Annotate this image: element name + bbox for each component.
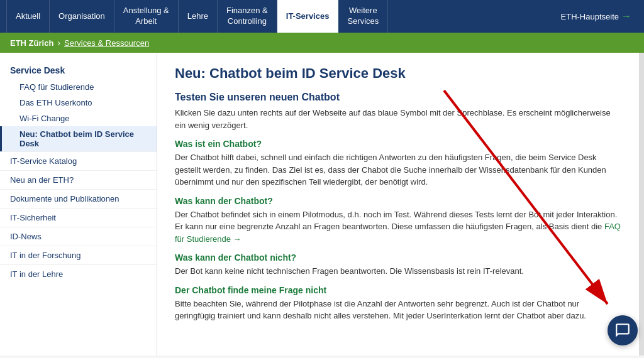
main-layout: Service Desk FAQ für Studierende Das ETH… bbox=[0, 53, 644, 355]
nav-item-anstellung[interactable]: Anstellung & Arbeit bbox=[114, 0, 179, 33]
nav-item-it-services[interactable]: IT-Services bbox=[277, 0, 339, 33]
sidebar: Service Desk FAQ für Studierende Das ETH… bbox=[0, 53, 157, 355]
sidebar-item-sicherheit[interactable]: IT-Sicherheit bbox=[0, 208, 157, 227]
breadcrumb-current: Services & Ressourcen bbox=[64, 38, 149, 48]
nav-item-finanzen[interactable]: Finanzen & Controlling bbox=[218, 0, 277, 33]
eth-home-arrow-icon: → bbox=[621, 11, 631, 22]
breadcrumb-root[interactable]: ETH Zürich bbox=[10, 38, 53, 48]
sidebar-item-service-katalog[interactable]: IT-Service Katalog bbox=[0, 151, 157, 170]
intro-heading: Testen Sie unseren neuen Chatbot bbox=[175, 92, 621, 103]
sidebar-section-title[interactable]: Service Desk bbox=[0, 63, 157, 79]
sidebar-item-wifi[interactable]: Wi-Fi Change bbox=[0, 111, 157, 126]
section-heading-3: Der Chatbot finde meine Frage nicht bbox=[175, 285, 621, 295]
chat-button[interactable] bbox=[608, 315, 638, 345]
sidebar-item-dokumente[interactable]: Dokumente und Publikationen bbox=[0, 189, 157, 208]
intro-text: Klicken Sie dazu unten rechts auf der We… bbox=[175, 107, 621, 131]
sidebar-item-userkonto[interactable]: Das ETH Userkonto bbox=[0, 95, 157, 111]
sidebar-item-forschung[interactable]: IT in der Forschung bbox=[0, 246, 157, 264]
sidebar-item-neu-eth[interactable]: Neu an der ETH? bbox=[0, 170, 157, 189]
page-title: Neu: Chatbot beim ID Service Desk bbox=[175, 65, 621, 82]
breadcrumb-separator: › bbox=[57, 38, 60, 48]
section-text-2: Der Bot kann keine nicht technischen Fra… bbox=[175, 265, 621, 278]
nav-item-aktuell[interactable]: Aktuell bbox=[6, 0, 50, 33]
main-content: Neu: Chatbot beim ID Service Desk Testen… bbox=[157, 53, 639, 355]
section-heading-0: Was ist ein Chatbot? bbox=[175, 139, 621, 149]
right-scrollbar bbox=[639, 53, 644, 355]
sidebar-item-faq[interactable]: FAQ für Studierende bbox=[0, 79, 157, 95]
sidebar-item-chatbot[interactable]: Neu: Chatbot beim ID Service Desk bbox=[0, 126, 157, 151]
sidebar-item-id-news[interactable]: ID-News bbox=[0, 227, 157, 246]
nav-items: Aktuell Organisation Anstellung & Arbeit… bbox=[6, 0, 555, 33]
nav-item-weitere[interactable]: Weitere Services bbox=[338, 0, 388, 33]
eth-home-link[interactable]: ETH-Hauptseite → bbox=[555, 0, 638, 33]
breadcrumb: ETH Zürich › Services & Ressourcen bbox=[0, 33, 644, 53]
chat-icon bbox=[614, 322, 631, 339]
section-heading-1: Was kann der Chatbot? bbox=[175, 196, 621, 206]
section-text-0: Der Chatbot hilft dabei, schnell und ein… bbox=[175, 151, 621, 188]
nav-item-lehre[interactable]: Lehre bbox=[179, 0, 218, 33]
section-heading-2: Was kann der Chatbot nicht? bbox=[175, 252, 621, 263]
section-text-1: Der Chatbot befindet sich in einem Pilot… bbox=[175, 209, 621, 246]
sidebar-item-lehre[interactable]: IT in der Lehre bbox=[0, 264, 157, 283]
top-navigation: Aktuell Organisation Anstellung & Arbeit… bbox=[0, 0, 644, 33]
nav-item-organisation[interactable]: Organisation bbox=[50, 0, 114, 33]
section-text-3: Bitte beachten Sie, während der Pilotpha… bbox=[175, 298, 621, 322]
